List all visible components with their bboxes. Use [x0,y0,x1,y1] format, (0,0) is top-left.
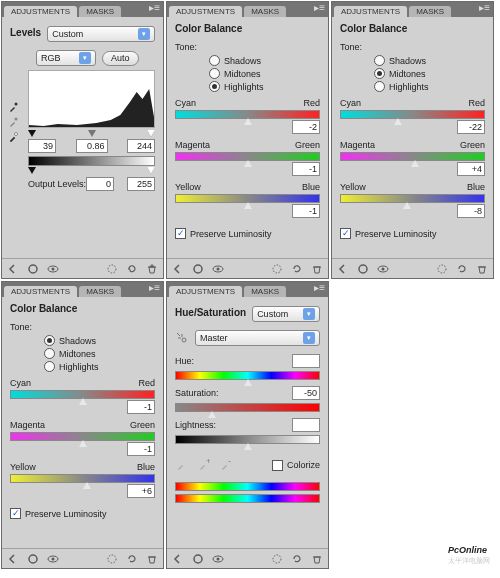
ring-icon[interactable] [191,552,205,566]
saturation-slider[interactable] [175,403,320,412]
gray-eyedropper-icon[interactable] [8,116,20,128]
panel-menu-icon[interactable]: ▸≡ [479,4,490,12]
yellow-blue-slider[interactable] [10,474,155,483]
eyedropper-add-icon[interactable]: + [197,458,211,472]
preserve-luminosity-checkbox[interactable]: ✓Preserve Luminosity [10,508,155,519]
back-icon[interactable] [171,262,185,276]
cyan-red-slider[interactable] [175,110,320,119]
input-black-field[interactable]: 39 [28,139,56,153]
panel-menu-icon[interactable]: ▸≡ [314,4,325,12]
targeted-adjust-icon[interactable] [175,331,189,345]
black-point-slider[interactable] [28,130,36,137]
cyan-red-field[interactable]: -2 [292,120,320,134]
tone-midtones-radio[interactable]: Midtones [44,348,155,359]
yellow-blue-slider[interactable] [175,194,320,203]
eye-icon[interactable] [211,552,225,566]
yellow-blue-field[interactable]: -8 [457,204,485,218]
ring-icon[interactable] [26,552,40,566]
reset-icon[interactable] [290,262,304,276]
cyan-red-field[interactable]: -22 [457,120,485,134]
reset-icon[interactable] [290,552,304,566]
tab-masks[interactable]: MASKS [244,6,286,17]
tab-masks[interactable]: MASKS [409,6,451,17]
cyan-red-slider[interactable] [340,110,485,119]
tone-midtones-radio[interactable]: Midtones [209,68,320,79]
tone-highlights-radio[interactable]: Highlights [374,81,485,92]
channel-dropdown[interactable]: RGB ▾ [36,50,96,66]
reset-icon[interactable] [125,262,139,276]
clip-icon[interactable] [270,552,284,566]
auto-button[interactable]: Auto [102,51,139,66]
saturation-field[interactable]: -50 [292,386,320,400]
range-dropdown[interactable]: Master▾ [195,330,320,346]
output-black-field[interactable]: 0 [86,177,114,191]
cyan-red-field[interactable]: -1 [127,400,155,414]
black-eyedropper-icon[interactable] [8,101,20,113]
clip-icon[interactable] [105,262,119,276]
eye-icon[interactable] [376,262,390,276]
back-icon[interactable] [336,262,350,276]
preset-dropdown[interactable]: Custom▾ [252,306,320,322]
magenta-green-slider[interactable] [175,152,320,161]
preset-dropdown[interactable]: Custom ▾ [47,26,155,42]
clip-icon[interactable] [270,262,284,276]
reset-icon[interactable] [455,262,469,276]
tone-shadows-radio[interactable]: Shadows [374,55,485,66]
back-icon[interactable] [6,552,20,566]
tab-masks[interactable]: MASKS [79,6,121,17]
back-icon[interactable] [171,552,185,566]
panel-menu-icon[interactable]: ▸≡ [149,4,160,12]
trash-icon[interactable] [145,262,159,276]
output-white-slider[interactable] [147,167,155,174]
magenta-green-field[interactable]: +4 [457,162,485,176]
trash-icon[interactable] [310,262,324,276]
trash-icon[interactable] [310,552,324,566]
tab-adjustments[interactable]: ADJUSTMENTS [334,6,407,17]
trash-icon[interactable] [475,262,489,276]
back-icon[interactable] [6,262,20,276]
clip-icon[interactable] [435,262,449,276]
tone-shadows-radio[interactable]: Shadows [44,335,155,346]
tab-masks[interactable]: MASKS [244,286,286,297]
yellow-blue-slider[interactable] [340,194,485,203]
eyedropper-subtract-icon[interactable]: - [219,458,233,472]
cyan-red-slider[interactable] [10,390,155,399]
panel-menu-icon[interactable]: ▸≡ [149,284,160,292]
input-mid-field[interactable]: 0.86 [76,139,108,153]
magenta-green-slider[interactable] [10,432,155,441]
white-point-slider[interactable] [147,130,155,137]
tone-highlights-radio[interactable]: Highlights [44,361,155,372]
output-black-slider[interactable] [28,167,36,174]
magenta-green-field[interactable]: -1 [292,162,320,176]
mid-point-slider[interactable] [88,130,96,137]
preserve-luminosity-checkbox[interactable]: ✓Preserve Luminosity [175,228,320,239]
eye-icon[interactable] [46,552,60,566]
input-white-field[interactable]: 244 [127,139,155,153]
hue-field[interactable] [292,354,320,368]
lightness-slider[interactable] [175,435,320,444]
lightness-field[interactable] [292,418,320,432]
tone-shadows-radio[interactable]: Shadows [209,55,320,66]
eye-icon[interactable] [46,262,60,276]
tone-highlights-radio[interactable]: Highlights [209,81,320,92]
reset-icon[interactable] [125,552,139,566]
clip-icon[interactable] [105,552,119,566]
ring-icon[interactable] [356,262,370,276]
tab-adjustments[interactable]: ADJUSTMENTS [4,6,77,17]
tone-midtones-radio[interactable]: Midtones [374,68,485,79]
white-eyedropper-icon[interactable] [8,131,20,143]
hue-slider[interactable] [175,371,320,380]
yellow-blue-field[interactable]: +6 [127,484,155,498]
colorize-checkbox[interactable]: Colorize [272,460,320,471]
tab-adjustments[interactable]: ADJUSTMENTS [4,286,77,297]
preserve-luminosity-checkbox[interactable]: ✓Preserve Luminosity [340,228,485,239]
tab-adjustments[interactable]: ADJUSTMENTS [169,6,242,17]
output-white-field[interactable]: 255 [127,177,155,191]
eyedropper-icon[interactable] [175,458,189,472]
yellow-blue-field[interactable]: -1 [292,204,320,218]
ring-icon[interactable] [26,262,40,276]
magenta-green-field[interactable]: -1 [127,442,155,456]
panel-menu-icon[interactable]: ▸≡ [314,284,325,292]
ring-icon[interactable] [191,262,205,276]
magenta-green-slider[interactable] [340,152,485,161]
